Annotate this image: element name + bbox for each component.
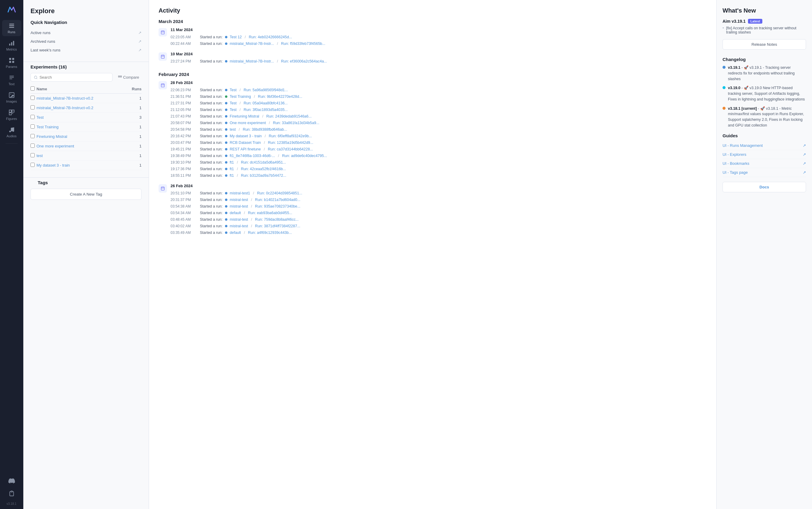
nav-item-text[interactable]: Text xyxy=(2,72,21,88)
activity-link[interactable]: mistral-test1 xyxy=(230,191,250,195)
guide-label-3: UI - Tags page xyxy=(722,170,748,175)
activity-link[interactable]: default xyxy=(230,231,241,235)
exp-checkbox-4[interactable] xyxy=(31,134,35,138)
nav-item-audios[interactable]: Audios xyxy=(2,124,21,140)
activity-run-link[interactable]: Run: 6f0eff8af93242e9b... xyxy=(269,134,312,138)
activity-run-link[interactable]: Run: b3120ad9a7b54472... xyxy=(241,173,286,178)
activity-run-link[interactable]: Run: a4f69c12939c443b... xyxy=(248,231,292,235)
nav-item-images[interactable]: Images xyxy=(2,90,21,106)
activity-link[interactable]: mistral-test xyxy=(230,204,248,208)
activity-row-mar11-0: 02:23:05 AM Started a run: Test 12 / Run… xyxy=(170,34,707,40)
activity-run-link[interactable]: Run: f59d33feb73f4565b... xyxy=(281,41,325,46)
image-icon xyxy=(8,92,15,98)
activity-run-link[interactable]: Run: 3871df4ff7384f2287... xyxy=(255,224,300,228)
guide-item-2[interactable]: UI - Bookmarks ↗ xyxy=(722,159,806,168)
activity-run-link[interactable]: Run: dc4151da5d6a4951... xyxy=(241,160,286,165)
activity-row: 20:54:58 PM Started a run: test / Run: 3… xyxy=(170,126,707,133)
create-tag-button[interactable]: Create A New Tag xyxy=(31,189,141,200)
activity-link[interactable]: ft1 xyxy=(230,167,234,171)
activity-link[interactable]: My dataset 3 - train xyxy=(230,134,262,138)
nav-item-figures[interactable]: Figures xyxy=(2,107,21,123)
experiment-row-0[interactable]: mistralai_Mistral-7B-Instruct-v0.2 1 xyxy=(31,94,141,103)
activity-link[interactable]: mistralai_Mistral-7B-Instr... xyxy=(230,41,274,46)
activity-run-link[interactable]: Run: 2439dedab91546a6... xyxy=(266,114,312,118)
activity-run-link[interactable]: Run: 0c22404d39854851... xyxy=(257,191,302,195)
activity-row: 03:40:02 AM Started a run: mistral-test … xyxy=(170,223,707,229)
activity-link[interactable]: Test 12 xyxy=(230,35,242,39)
nav-item-notes[interactable] xyxy=(2,488,21,499)
app-logo[interactable] xyxy=(6,4,18,16)
activity-run-link[interactable]: Run: 38bd9388fbd646ab... xyxy=(242,127,287,132)
activity-run-link[interactable]: Run: 935ae708237340be... xyxy=(255,204,300,208)
activity-run-link[interactable]: Run: 3f0ac1893d5a4035... xyxy=(243,108,288,112)
activity-run-link[interactable]: Run: ad9de6c40dec4795... xyxy=(282,154,327,158)
svg-rect-20 xyxy=(120,76,122,77)
activity-link[interactable]: One more experiment xyxy=(230,121,266,125)
exp-checkbox-2[interactable] xyxy=(31,115,35,119)
activity-link[interactable]: Test xyxy=(230,88,237,92)
activity-run-link[interactable]: Run: ef36006a2c564ac4a... xyxy=(281,59,327,63)
compare-button[interactable]: Compare xyxy=(116,73,141,81)
exp-checkbox-3[interactable] xyxy=(31,125,35,129)
activity-link[interactable]: mistral-test xyxy=(230,217,248,222)
exp-checkbox-5[interactable] xyxy=(31,143,35,148)
exp-checkbox-6[interactable] xyxy=(31,153,35,157)
svg-rect-7 xyxy=(9,58,11,60)
exp-checkbox-0[interactable] xyxy=(31,96,35,100)
experiment-row-6[interactable]: test 1 xyxy=(31,151,141,161)
activity-link[interactable]: ft1 xyxy=(230,160,234,165)
activity-run-link[interactable]: Run: ca37d3144bb64228... xyxy=(268,147,313,151)
search-input[interactable] xyxy=(39,75,109,79)
activity-dot xyxy=(225,199,227,201)
experiment-row-5[interactable]: One more experiment 1 xyxy=(31,141,141,151)
activity-link[interactable]: Finetuning Mistral xyxy=(230,114,259,118)
nav-item-params[interactable]: Params xyxy=(2,55,21,71)
quick-nav-active-runs[interactable]: Active runs ↗ xyxy=(23,28,149,37)
svg-rect-25 xyxy=(161,55,165,58)
activity-link[interactable]: REST API finetune xyxy=(230,147,261,151)
activity-run-link[interactable]: Run: 42ceaa52fb1f4616b... xyxy=(241,167,286,171)
activity-run-link[interactable]: Run: 5a96a98565f948d1... xyxy=(243,88,288,92)
experiment-row-3[interactable]: Test Training 1 xyxy=(31,122,141,132)
nav-item-discord[interactable] xyxy=(2,475,21,486)
activity-link[interactable]: default xyxy=(230,211,241,215)
activity-link[interactable]: mistralai_Mistral-7B-Instr... xyxy=(230,59,274,63)
activity-link[interactable]: mistral-test xyxy=(230,224,248,228)
experiment-row-4[interactable]: Finetuning Mistral 1 xyxy=(31,132,141,141)
activity-run-link[interactable]: Run: b14021a7bd604ad0... xyxy=(255,198,300,202)
guide-item-3[interactable]: UI - Tags page ↗ xyxy=(722,168,806,177)
release-notes-button[interactable]: Release Notes xyxy=(722,39,806,49)
experiment-row-7[interactable]: My dataset 3 - train 1 xyxy=(31,161,141,170)
activity-run-link[interactable]: Run: eab93ba6ab0d4f55... xyxy=(248,211,292,215)
activity-link[interactable]: test xyxy=(230,127,236,132)
feb28-events: 22:06:23 PM Started a run: Test / Run: 5… xyxy=(170,87,707,179)
activity-link[interactable]: Test Training xyxy=(230,95,251,99)
exp-checkbox-1[interactable] xyxy=(31,105,35,109)
select-all-checkbox[interactable] xyxy=(31,87,35,91)
activity-link[interactable]: mistral-test xyxy=(230,198,248,202)
quick-nav-archived-runs[interactable]: Archived runs ↗ xyxy=(23,37,149,46)
exp-checkbox-7[interactable] xyxy=(31,163,35,167)
experiment-row-1[interactable]: mistralai_Mistral-7B-Instruct-v0.2 1 xyxy=(31,103,141,113)
activity-run-link[interactable]: Run: 05a04aa80bfc4136... xyxy=(243,101,288,105)
activity-link[interactable]: ft1 xyxy=(230,173,234,178)
docs-button[interactable]: Docs xyxy=(722,182,806,192)
activity-run-link[interactable]: Run: 759dac8b8aaf46cc... xyxy=(255,217,299,222)
activity-dot xyxy=(225,212,227,214)
quick-nav-last-weeks-runs[interactable]: Last week's runs ↗ xyxy=(23,46,149,55)
nav-item-runs[interactable]: Runs xyxy=(2,20,21,36)
activity-link[interactable]: ft1_8e746f8a-1003-46d6-... xyxy=(230,154,275,158)
guide-item-1[interactable]: UI - Explorers ↗ xyxy=(722,150,806,159)
activity-link[interactable]: Test xyxy=(230,101,237,105)
activity-run-link[interactable]: Run: 12385a19d5b442d9... xyxy=(268,141,313,145)
activity-link[interactable]: RCB Dataset Train xyxy=(230,141,261,145)
guide-item-0[interactable]: UI - Runs Management ↗ xyxy=(722,141,806,150)
explore-title: Explore xyxy=(23,0,149,20)
activity-run-link[interactable]: Run: 9bf36e42270e428d... xyxy=(258,95,302,99)
activity-run-link[interactable]: Run: 33a861fa13d34b5a9... xyxy=(273,121,319,125)
nav-item-metrics[interactable]: Metrics xyxy=(2,37,21,54)
experiment-row-2[interactable]: Test 3 xyxy=(31,113,141,122)
svg-rect-10 xyxy=(12,61,14,63)
activity-link[interactable]: Test xyxy=(230,108,237,112)
activity-run-link[interactable]: Run: 4eb02426666245d... xyxy=(249,35,292,39)
